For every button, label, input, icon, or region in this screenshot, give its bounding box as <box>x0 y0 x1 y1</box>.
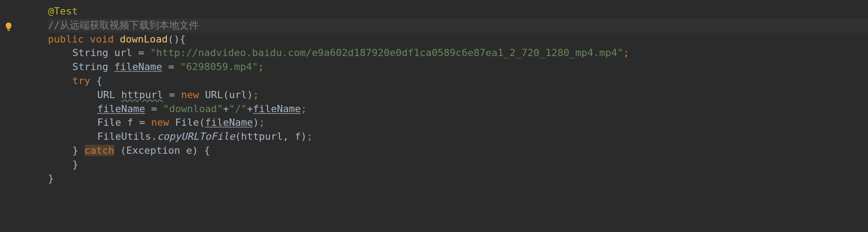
constructor-close: ) <box>253 117 259 128</box>
code-line-1[interactable]: @Test <box>48 5 868 19</box>
equals: = <box>132 47 150 58</box>
keyword-catch: catch <box>85 145 114 156</box>
equals: = <box>145 103 163 114</box>
semicolon: ; <box>253 89 259 100</box>
keyword-new: new <box>151 117 169 128</box>
code-line-7[interactable]: URL httpurl = new URL(url); <box>97 88 868 102</box>
semicolon: ; <box>301 103 307 114</box>
brace: } <box>72 159 78 170</box>
variable: fileName <box>253 103 301 114</box>
constructor: URL(url) <box>199 89 253 100</box>
keyword-void: void <box>90 33 114 45</box>
keyword-new: new <box>181 89 199 100</box>
variable: url <box>114 47 132 58</box>
constructor: File( <box>169 117 205 128</box>
code-line-5[interactable]: String fileName = "6298059.mp4"; <box>72 60 868 74</box>
variable: httpurl <box>121 89 163 100</box>
code-line-8[interactable]: fileName = "download"+"/"+fileName; <box>97 102 868 116</box>
code-line-12[interactable]: } <box>72 158 868 172</box>
argument: fileName <box>205 117 253 128</box>
code-editor[interactable]: @Test //从远端获取视频下载到本地文件 public void downL… <box>0 5 868 199</box>
code-line-3[interactable]: public void downLoad(){ <box>48 33 868 47</box>
equals: = <box>133 117 151 128</box>
equals: = <box>162 61 180 72</box>
code-line-4[interactable]: String url = "http://nadvideo.baidu.com/… <box>72 46 868 60</box>
keyword-try: try <box>72 75 90 86</box>
string-literal: "download" <box>163 103 223 114</box>
arguments: (httpurl, f) <box>235 131 307 142</box>
semicolon: ; <box>258 61 264 72</box>
comment-text: //从远端获取视频下载到本地文件 <box>48 19 199 31</box>
string-literal: "http://nadvideo.baidu.com/e9a602d187920… <box>150 47 623 58</box>
method-name: downLoad <box>120 33 168 45</box>
code-line-2[interactable]: //从远端获取视频下载到本地文件 <box>48 19 868 33</box>
class-ref: FileUtils. <box>97 131 157 142</box>
brace: } <box>72 145 85 156</box>
variable: fileName <box>97 103 145 114</box>
catch-params: (Exception e) { <box>114 145 210 156</box>
semicolon: ; <box>307 131 313 142</box>
variable: fileName <box>114 61 162 72</box>
lightbulb-icon[interactable] <box>4 22 14 35</box>
type: String <box>72 47 114 58</box>
code-line-13[interactable]: } <box>48 172 868 186</box>
semicolon: ; <box>259 117 265 128</box>
type: File <box>97 117 127 128</box>
plus: + <box>223 103 229 114</box>
brace: { <box>90 75 103 86</box>
string-literal: "/" <box>229 103 247 114</box>
type: URL <box>97 89 121 100</box>
code-line-6[interactable]: try { <box>72 74 868 88</box>
plus: + <box>247 103 253 114</box>
string-literal: "6298059.mp4" <box>180 61 258 72</box>
code-line-14[interactable] <box>23 185 868 199</box>
keyword-public: public <box>48 33 84 45</box>
annotation: @Test <box>48 5 78 17</box>
parens: (){ <box>168 33 186 45</box>
method-call: copyURLToFile <box>157 131 235 142</box>
type: String <box>72 61 114 72</box>
semicolon: ; <box>623 47 629 58</box>
code-line-10[interactable]: FileUtils.copyURLToFile(httpurl, f); <box>97 130 868 144</box>
code-line-9[interactable]: File f = new File(fileName); <box>97 116 868 130</box>
equals: = <box>163 89 181 100</box>
variable: f <box>127 117 133 128</box>
brace: } <box>48 173 54 184</box>
code-line-11[interactable]: } catch (Exception e) { <box>72 144 868 158</box>
